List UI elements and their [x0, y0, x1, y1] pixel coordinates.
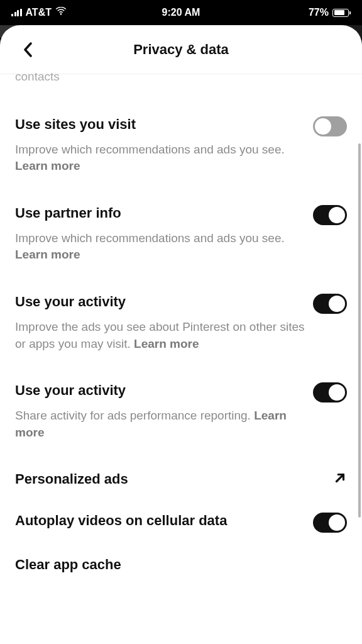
toggle-your-activity-1[interactable] [313, 294, 347, 314]
page-title: Privacy & data [133, 42, 229, 58]
clear-app-cache-button[interactable]: Clear app cache [15, 557, 347, 573]
setting-title: Use sites you visit [15, 116, 136, 133]
page-header: Privacy & data [0, 25, 362, 74]
carrier-label: AT&T [26, 7, 52, 18]
battery-percent: 77% [309, 7, 329, 18]
page-container: Privacy & data contacts Use sites you vi… [0, 25, 362, 644]
toggle-your-activity-2[interactable] [313, 382, 347, 402]
setting-description: Share activity for ads performance repor… [15, 408, 347, 441]
back-button[interactable] [18, 40, 38, 60]
scrollbar[interactable] [358, 143, 361, 518]
learn-more-link[interactable]: Learn more [15, 159, 80, 172]
setting-title: Use your activity [15, 382, 126, 399]
settings-content[interactable]: contacts Use sites you visit Improve whi… [0, 69, 362, 573]
setting-title: Personalized ads [15, 471, 128, 487]
setting-description: Improve the ads you see about Pinterest … [15, 319, 347, 352]
setting-title: Use your activity [15, 294, 126, 310]
status-bar: AT&T 9:20 AM 77% [0, 0, 362, 25]
chevron-left-icon [23, 42, 32, 57]
learn-more-link[interactable]: Learn more [15, 248, 80, 261]
setting-use-sites: Use sites you visit Improve which recomm… [15, 116, 347, 175]
toggle-partner-info[interactable] [313, 205, 347, 225]
setting-description: Improve which recommendations and ads yo… [15, 142, 347, 175]
arrow-up-right-icon [333, 471, 347, 487]
setting-your-activity-1: Use your activity Improve the ads you se… [15, 294, 347, 352]
battery-icon [332, 9, 351, 17]
setting-your-activity-2: Use your activity Share activity for ads… [15, 382, 347, 441]
wifi-icon [55, 7, 67, 18]
setting-title: Autoplay videos on cellular data [15, 513, 227, 529]
personalized-ads-link[interactable]: Personalized ads [15, 471, 347, 487]
setting-autoplay: Autoplay videos on cellular data [15, 513, 347, 533]
setting-partner-info: Use partner info Improve which recommend… [15, 205, 347, 264]
learn-more-link[interactable]: Learn more [134, 337, 199, 350]
toggle-autoplay[interactable] [313, 513, 347, 533]
setting-description: Improve which recommendations and ads yo… [15, 230, 347, 264]
setting-title: Clear app cache [15, 557, 121, 573]
toggle-use-sites[interactable] [313, 116, 347, 136]
clock-time: 9:20 AM [162, 7, 200, 18]
setting-title: Use partner info [15, 205, 121, 221]
cellular-signal-icon [11, 9, 22, 16]
truncated-prev-setting: contacts [15, 69, 347, 85]
